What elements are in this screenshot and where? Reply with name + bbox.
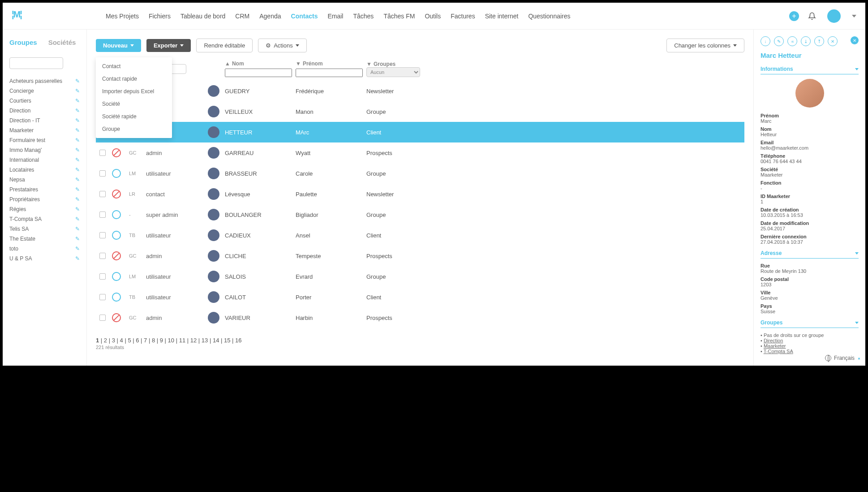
group-item[interactable]: T-Compta SA✎ [9, 216, 80, 222]
group-item[interactable]: Acheteurs passerelles✎ [9, 78, 80, 84]
group-item[interactable]: toto✎ [9, 246, 80, 252]
page-link[interactable]: 10 [168, 337, 174, 344]
sidebar-tab-groupes[interactable]: Groupes [9, 39, 37, 46]
page-link[interactable]: 11 [179, 337, 185, 344]
sort-icon[interactable]: ▲ [225, 60, 230, 67]
edit-icon[interactable]: ✎ [75, 226, 80, 232]
edit-icon[interactable]: ✎ [75, 157, 80, 163]
nav-item-email[interactable]: Email [327, 13, 343, 20]
section-adresse[interactable]: Adresse [761, 250, 859, 259]
action-edit-icon[interactable]: ✎ [774, 36, 784, 46]
page-link[interactable]: 14 [213, 337, 219, 344]
sort-icon[interactable]: ▼ [366, 61, 372, 67]
page-link[interactable]: 3 [112, 337, 115, 344]
nav-item-tâches[interactable]: Tâches [353, 13, 374, 20]
nav-item-agenda[interactable]: Agenda [259, 13, 281, 20]
nav-item-contacts[interactable]: Contacts [291, 13, 318, 20]
group-item[interactable]: The Estate✎ [9, 236, 80, 242]
row-checkbox[interactable] [99, 294, 106, 300]
edit-icon[interactable]: ✎ [75, 177, 80, 183]
language-switch[interactable]: Français ▲ [825, 355, 861, 361]
nav-item-crm[interactable]: CRM [235, 13, 249, 20]
table-row[interactable]: LMutilisateurBRASSEURCaroleGroupe [96, 163, 744, 184]
nav-item-tâches-fm[interactable]: Tâches FM [383, 13, 415, 20]
page-link[interactable]: 5 [128, 337, 131, 344]
sidebar-search-input[interactable] [9, 57, 63, 69]
colonnes-button[interactable]: Changer les colonnes [666, 39, 744, 52]
table-row[interactable]: TButilisateurHETTEURMArcClient [96, 122, 744, 142]
row-checkbox[interactable] [99, 273, 106, 280]
page-link[interactable]: 16 [235, 337, 241, 344]
edit-icon[interactable]: ✎ [75, 246, 80, 252]
sort-icon[interactable]: ▼ [296, 60, 301, 67]
group-item[interactable]: Régies✎ [9, 206, 80, 212]
edit-icon[interactable]: ✎ [75, 78, 80, 84]
table-row[interactable]: TButilisateurCAILOTPorterClient [96, 287, 744, 307]
edit-icon[interactable]: ✎ [75, 147, 80, 153]
row-checkbox[interactable] [99, 253, 106, 259]
row-checkbox[interactable] [99, 150, 106, 156]
group-item[interactable]: Direction✎ [9, 108, 80, 114]
group-item[interactable]: Nepsa✎ [9, 177, 80, 183]
dropdown-item[interactable]: Contact rapide [96, 73, 172, 85]
section-groupes[interactable]: Groupes [761, 319, 859, 328]
table-row[interactable]: LMutilisateurSALOISEvrardGroupe [96, 266, 744, 287]
table-row[interactable]: per adminVEILLEUXManonGroupe [96, 101, 744, 122]
dropdown-item[interactable]: Société rapide [96, 110, 172, 123]
group-item[interactable]: Courtiers✎ [9, 98, 80, 104]
page-link[interactable]: 2 [104, 337, 107, 344]
edit-icon[interactable]: ✎ [75, 216, 80, 222]
edit-icon[interactable]: ✎ [75, 137, 80, 143]
close-panel-icon[interactable]: ✕ [851, 36, 859, 44]
group-link[interactable]: Maarketer [764, 343, 786, 349]
add-button[interactable]: + [789, 11, 799, 21]
group-item[interactable]: Locataires✎ [9, 167, 80, 173]
edit-icon[interactable]: ✎ [75, 108, 80, 114]
group-item[interactable]: International✎ [9, 157, 80, 163]
nav-item-fichiers[interactable]: Fichiers [149, 13, 171, 20]
group-item[interactable]: Propriétaires✎ [9, 196, 80, 203]
row-checkbox[interactable] [99, 211, 106, 218]
nav-item-mes-projets[interactable]: Mes Projets [106, 13, 139, 20]
nouveau-button[interactable]: Nouveau [96, 39, 141, 52]
page-link[interactable]: 4 [120, 337, 123, 344]
page-link[interactable]: 8 [152, 337, 155, 344]
group-item[interactable]: Direction - IT✎ [9, 117, 80, 124]
edit-icon[interactable]: ✎ [75, 196, 80, 203]
page-link[interactable]: 1 [96, 337, 99, 344]
page-link[interactable]: 13 [202, 337, 208, 344]
table-row[interactable]: GCadminVARIEURHarbinProspects [96, 307, 744, 328]
nav-item-site-internet[interactable]: Site internet [485, 13, 519, 20]
edit-icon[interactable]: ✎ [75, 236, 80, 242]
dropdown-item[interactable]: Importer depuis Excel [96, 85, 172, 98]
edit-icon[interactable]: ✎ [75, 117, 80, 124]
bell-icon[interactable] [808, 12, 816, 20]
table-row[interactable]: TButilisateurCADIEUXAnselClient [96, 225, 744, 246]
table-row[interactable]: -super adminBOULANGERBigliadorGroupe [96, 204, 744, 225]
filter-nom-input[interactable] [225, 69, 292, 77]
group-item[interactable]: Maarketer✎ [9, 127, 80, 134]
group-item[interactable]: Formulaire test✎ [9, 137, 80, 143]
section-informations[interactable]: Informations [761, 66, 859, 74]
sidebar-tab-societes[interactable]: Sociétés [48, 39, 76, 46]
group-item[interactable]: Prestataires✎ [9, 186, 80, 193]
page-link[interactable]: 7 [144, 337, 147, 344]
group-item[interactable]: Telis SA✎ [9, 226, 80, 232]
page-link[interactable]: 12 [190, 337, 197, 344]
dropdown-item[interactable]: Société [96, 98, 172, 110]
action-import-icon[interactable]: ⤓ [801, 36, 811, 46]
group-item[interactable]: U & P SA✎ [9, 255, 80, 262]
page-link[interactable]: 9 [160, 337, 163, 344]
filter-groupes-select[interactable]: Aucun [366, 67, 420, 77]
edit-icon[interactable]: ✎ [75, 167, 80, 173]
edit-icon[interactable]: ✎ [75, 98, 80, 104]
action-delete-icon[interactable]: ✕ [828, 36, 838, 46]
nav-item-tableau-de-bord[interactable]: Tableau de bord [180, 13, 225, 20]
action-export-icon[interactable]: ⤒ [814, 36, 824, 46]
group-item[interactable]: Concierge✎ [9, 88, 80, 94]
nav-item-factures[interactable]: Factures [451, 13, 475, 20]
row-checkbox[interactable] [99, 315, 106, 321]
page-link[interactable]: 15 [224, 337, 230, 344]
user-avatar[interactable] [827, 9, 841, 23]
dropdown-item[interactable]: Groupe [96, 123, 172, 135]
